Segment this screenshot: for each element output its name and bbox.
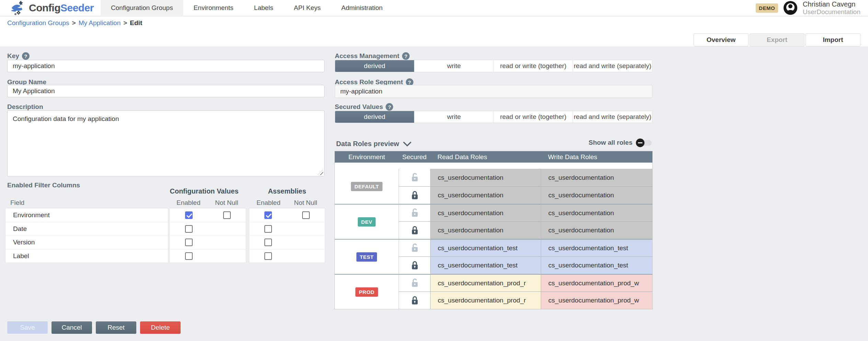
environment-cell-default: DEFAULT bbox=[335, 169, 399, 204]
assemblies-panel bbox=[249, 208, 325, 263]
am-option-derived[interactable]: derived bbox=[335, 60, 414, 72]
cv-environment-enabled-checkbox[interactable] bbox=[185, 211, 193, 219]
top-header: ConfigSeeder Configuration Groups Enviro… bbox=[0, 0, 868, 16]
import-button[interactable]: Import bbox=[806, 33, 860, 46]
textarea-resize-handle[interactable] bbox=[318, 169, 323, 175]
access-management-segmented: derived write read or write (together) r… bbox=[335, 60, 652, 72]
am-option-read-or-write[interactable]: read or write (together) bbox=[493, 60, 573, 72]
breadcrumb-my-application[interactable]: My Application bbox=[79, 19, 121, 27]
as-not-null-header: Not Null bbox=[293, 199, 319, 207]
breadcrumb-separator: > bbox=[72, 19, 76, 27]
save-button[interactable]: Save bbox=[7, 321, 48, 334]
column-header-read-data-roles: Read Data Roles bbox=[430, 151, 541, 163]
overview-button[interactable]: Overview bbox=[694, 33, 749, 46]
secured-cell-unlocked bbox=[399, 169, 430, 186]
export-button[interactable]: Export bbox=[750, 33, 804, 46]
as-version-enabled-checkbox[interactable] bbox=[264, 239, 272, 246]
write-role-cell: cs_userdocumentation bbox=[541, 186, 652, 204]
configuration-values-header: Configuration Values bbox=[162, 187, 246, 195]
cv-date-enabled-checkbox[interactable] bbox=[185, 225, 193, 233]
access-management-label: Access Management bbox=[335, 52, 410, 60]
cv-version-enabled-checkbox[interactable] bbox=[185, 239, 193, 246]
as-environment-enabled-checkbox[interactable] bbox=[264, 211, 272, 219]
read-role-cell: cs_userdocumentation_prod_r bbox=[430, 274, 541, 292]
cancel-button[interactable]: Cancel bbox=[52, 321, 92, 334]
am-option-write[interactable]: write bbox=[414, 60, 493, 72]
app-title: ConfigSeeder bbox=[29, 2, 94, 14]
toggle-knob-minus-icon bbox=[636, 139, 644, 147]
filter-fields-panel: Environment Date Version Label bbox=[5, 208, 168, 263]
nav-api-keys[interactable]: API Keys bbox=[284, 0, 331, 16]
environment-badge-test: TEST bbox=[356, 252, 377, 262]
read-role-cell: cs_userdocumentation bbox=[430, 186, 541, 204]
enabled-filter-columns-title: Enabled Filter Columns bbox=[7, 182, 80, 189]
assemblies-header: Assemblies bbox=[249, 187, 325, 195]
reset-button[interactable]: Reset bbox=[96, 321, 136, 334]
lock-closed-icon bbox=[410, 190, 420, 201]
data-roles-preview-title[interactable]: Data Roles preview bbox=[336, 140, 411, 148]
nav-environments[interactable]: Environments bbox=[183, 0, 244, 16]
cv-row-label bbox=[170, 249, 246, 263]
access-role-segment-input[interactable] bbox=[335, 85, 652, 98]
as-row-date bbox=[249, 222, 325, 236]
cv-label-enabled-checkbox[interactable] bbox=[185, 252, 193, 260]
sv-option-read-and-write[interactable]: read and write (separately) bbox=[573, 111, 652, 123]
access-management-label-text: Access Management bbox=[335, 52, 399, 60]
breadcrumb-current-edit: Edit bbox=[130, 19, 142, 27]
user-avatar-icon[interactable] bbox=[784, 1, 797, 15]
am-option-read-and-write[interactable]: read and write (separately) bbox=[573, 60, 652, 72]
lock-open-icon bbox=[410, 278, 420, 288]
nav-configuration-groups[interactable]: Configuration Groups bbox=[101, 0, 183, 16]
cv-row-date bbox=[170, 222, 246, 236]
user-info[interactable]: Christian Cavegn UserDocumentation bbox=[803, 0, 860, 16]
as-enabled-header: Enabled bbox=[256, 199, 280, 207]
description-textarea[interactable]: Configuration data for my application bbox=[7, 110, 324, 176]
page-toolbar: Overview Export Import bbox=[0, 29, 868, 46]
toolbar-buttons: Overview Export Import bbox=[694, 33, 860, 46]
as-row-environment bbox=[249, 208, 325, 222]
read-role-cell: cs_userdocumentation bbox=[430, 221, 541, 239]
nav-administration[interactable]: Administration bbox=[331, 0, 393, 16]
breadcrumb-configuration-groups[interactable]: Configuration Groups bbox=[7, 19, 69, 27]
filter-row-environment: Environment bbox=[5, 208, 168, 222]
demo-badge: DEMO bbox=[756, 3, 778, 13]
key-input[interactable] bbox=[7, 60, 324, 72]
as-environment-not-null-checkbox[interactable] bbox=[302, 211, 310, 219]
key-label-text: Key bbox=[7, 52, 19, 60]
cv-environment-not-null-checkbox[interactable] bbox=[223, 211, 231, 219]
show-all-roles-toggle[interactable] bbox=[636, 139, 652, 147]
sv-option-derived[interactable]: derived bbox=[335, 111, 414, 123]
logo-seeder-text: Seeder bbox=[60, 2, 94, 13]
form-actions: Save Cancel Reset Delete bbox=[7, 321, 181, 334]
secured-values-help-icon[interactable] bbox=[386, 103, 393, 111]
access-management-help-icon[interactable] bbox=[402, 52, 410, 60]
show-all-roles-label: Show all roles bbox=[589, 139, 632, 146]
column-header-secured: Secured bbox=[399, 151, 430, 163]
write-role-cell: cs_userdocumentation bbox=[541, 169, 652, 186]
nav-labels[interactable]: Labels bbox=[244, 0, 284, 16]
header-user-area: DEMO Christian Cavegn UserDocumentation bbox=[756, 0, 868, 16]
as-label-enabled-checkbox[interactable] bbox=[264, 252, 272, 260]
main-nav: Configuration Groups Environments Labels… bbox=[101, 0, 393, 16]
description-label: Description bbox=[7, 103, 43, 111]
column-header-environment: Environment bbox=[335, 151, 399, 163]
sv-option-write[interactable]: write bbox=[414, 111, 493, 123]
secured-cell-locked bbox=[399, 186, 430, 204]
delete-button[interactable]: Delete bbox=[140, 321, 181, 334]
write-role-cell: cs_userdocumentation_test bbox=[541, 256, 652, 274]
sv-option-read-or-write[interactable]: read or write (together) bbox=[493, 111, 573, 123]
key-help-icon[interactable] bbox=[22, 52, 30, 60]
as-date-enabled-checkbox[interactable] bbox=[264, 225, 272, 233]
cv-enabled-header: Enabled bbox=[176, 199, 200, 207]
lock-closed-icon bbox=[410, 225, 420, 236]
environment-cell-prod: PROD bbox=[335, 274, 399, 309]
chevron-down-icon bbox=[403, 141, 411, 147]
group-name-input[interactable] bbox=[7, 85, 324, 97]
environment-badge-prod: PROD bbox=[355, 287, 378, 297]
breadcrumb: Configuration Groups > My Application > … bbox=[0, 17, 868, 29]
read-role-cell: cs_userdocumentation_test bbox=[430, 239, 541, 256]
secured-cell-unlocked bbox=[399, 274, 430, 292]
lock-closed-icon bbox=[410, 295, 420, 306]
field-name: Label bbox=[13, 252, 29, 260]
app-logo[interactable]: ConfigSeeder bbox=[0, 0, 94, 16]
